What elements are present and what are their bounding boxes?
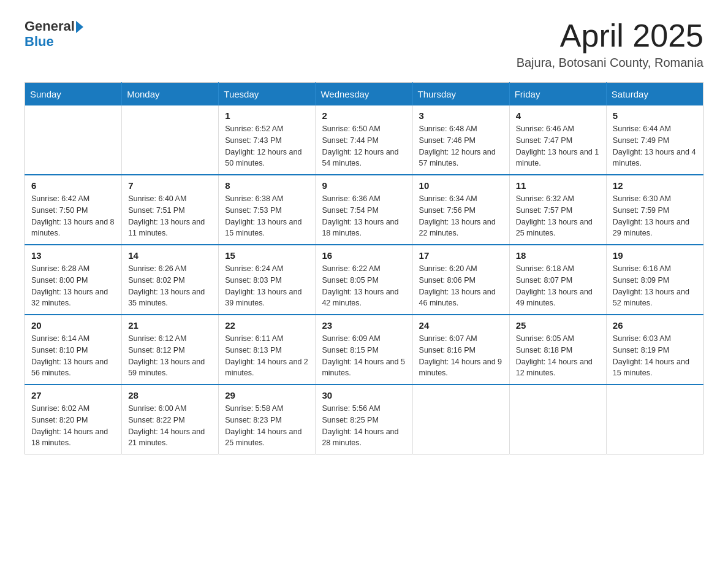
calendar-cell: 20Sunrise: 6:14 AMSunset: 8:10 PMDayligh… — [25, 315, 122, 385]
day-info: Sunrise: 6:05 AMSunset: 8:18 PMDaylight:… — [516, 333, 600, 379]
calendar-cell: 7Sunrise: 6:40 AMSunset: 7:51 PMDaylight… — [122, 175, 219, 245]
calendar-cell: 30Sunrise: 5:56 AMSunset: 8:25 PMDayligh… — [316, 385, 412, 454]
day-number: 2 — [322, 110, 406, 121]
calendar-cell: 10Sunrise: 6:34 AMSunset: 7:56 PMDayligh… — [412, 175, 509, 245]
day-number: 13 — [31, 250, 115, 261]
calendar-cell: 14Sunrise: 6:26 AMSunset: 8:02 PMDayligh… — [122, 245, 219, 315]
day-info: Sunrise: 6:14 AMSunset: 8:10 PMDaylight:… — [31, 333, 115, 379]
day-number: 14 — [128, 250, 212, 261]
calendar-cell: 3Sunrise: 6:48 AMSunset: 7:46 PMDaylight… — [412, 105, 509, 175]
calendar-weekday-monday: Monday — [122, 83, 219, 106]
calendar-week-row: 27Sunrise: 6:02 AMSunset: 8:20 PMDayligh… — [25, 385, 703, 454]
calendar-weekday-sunday: Sunday — [25, 83, 122, 106]
day-number: 17 — [419, 250, 503, 261]
day-number: 10 — [419, 180, 503, 191]
day-info: Sunrise: 6:38 AMSunset: 7:53 PMDaylight:… — [225, 193, 309, 239]
day-info: Sunrise: 6:22 AMSunset: 8:05 PMDaylight:… — [322, 263, 406, 309]
day-number: 29 — [225, 390, 309, 400]
logo-general: General — [25, 18, 75, 34]
day-info: Sunrise: 6:30 AMSunset: 7:59 PMDaylight:… — [613, 193, 697, 239]
logo: General Blue — [25, 18, 83, 50]
calendar-header-row: SundayMondayTuesdayWednesdayThursdayFrid… — [25, 83, 703, 106]
day-info: Sunrise: 6:09 AMSunset: 8:15 PMDaylight:… — [322, 333, 406, 379]
day-info: Sunrise: 6:07 AMSunset: 8:16 PMDaylight:… — [419, 333, 503, 379]
calendar-weekday-wednesday: Wednesday — [316, 83, 412, 106]
day-info: Sunrise: 6:50 AMSunset: 7:44 PMDaylight:… — [322, 123, 406, 169]
day-info: Sunrise: 6:28 AMSunset: 8:00 PMDaylight:… — [31, 263, 115, 309]
day-number: 19 — [613, 250, 697, 261]
day-number: 20 — [31, 320, 115, 331]
calendar-cell: 9Sunrise: 6:36 AMSunset: 7:54 PMDaylight… — [316, 175, 412, 245]
calendar-table: SundayMondayTuesdayWednesdayThursdayFrid… — [25, 82, 703, 454]
calendar-cell: 4Sunrise: 6:46 AMSunset: 7:47 PMDaylight… — [509, 105, 606, 175]
calendar-cell: 26Sunrise: 6:03 AMSunset: 8:19 PMDayligh… — [606, 315, 703, 385]
day-number: 25 — [516, 320, 600, 331]
day-info: Sunrise: 6:03 AMSunset: 8:19 PMDaylight:… — [613, 333, 697, 379]
page-header: General Blue April 2025 Bajura, Botosani… — [25, 18, 703, 70]
calendar-cell: 13Sunrise: 6:28 AMSunset: 8:00 PMDayligh… — [25, 245, 122, 315]
day-info: Sunrise: 5:56 AMSunset: 8:25 PMDaylight:… — [322, 403, 406, 449]
calendar-cell: 24Sunrise: 6:07 AMSunset: 8:16 PMDayligh… — [412, 315, 509, 385]
calendar-week-row: 13Sunrise: 6:28 AMSunset: 8:00 PMDayligh… — [25, 245, 703, 315]
day-number: 21 — [128, 320, 212, 331]
day-info: Sunrise: 6:34 AMSunset: 7:56 PMDaylight:… — [419, 193, 503, 239]
day-number: 11 — [516, 180, 600, 191]
calendar-cell: 12Sunrise: 6:30 AMSunset: 7:59 PMDayligh… — [606, 175, 703, 245]
calendar-weekday-friday: Friday — [509, 83, 606, 106]
calendar-cell — [412, 385, 509, 454]
logo-blue: Blue — [25, 34, 83, 49]
calendar-cell: 1Sunrise: 6:52 AMSunset: 7:43 PMDaylight… — [219, 105, 316, 175]
day-number: 16 — [322, 250, 406, 261]
day-number: 23 — [322, 320, 406, 331]
day-info: Sunrise: 6:36 AMSunset: 7:54 PMDaylight:… — [322, 193, 406, 239]
page-subtitle: Bajura, Botosani County, Romania — [517, 56, 703, 70]
calendar-cell — [122, 105, 219, 175]
day-info: Sunrise: 6:24 AMSunset: 8:03 PMDaylight:… — [225, 263, 309, 309]
calendar-cell: 25Sunrise: 6:05 AMSunset: 8:18 PMDayligh… — [509, 315, 606, 385]
day-info: Sunrise: 6:48 AMSunset: 7:46 PMDaylight:… — [419, 123, 503, 169]
calendar-cell: 18Sunrise: 6:18 AMSunset: 8:07 PMDayligh… — [509, 245, 606, 315]
page-title: April 2025 — [517, 18, 703, 53]
day-number: 28 — [128, 390, 212, 400]
calendar-cell: 28Sunrise: 6:00 AMSunset: 8:22 PMDayligh… — [122, 385, 219, 454]
day-info: Sunrise: 6:11 AMSunset: 8:13 PMDaylight:… — [225, 333, 309, 379]
day-number: 7 — [128, 180, 212, 191]
day-info: Sunrise: 6:52 AMSunset: 7:43 PMDaylight:… — [225, 123, 309, 169]
day-info: Sunrise: 6:40 AMSunset: 7:51 PMDaylight:… — [128, 193, 212, 239]
day-info: Sunrise: 6:16 AMSunset: 8:09 PMDaylight:… — [613, 263, 697, 309]
day-info: Sunrise: 6:20 AMSunset: 8:06 PMDaylight:… — [419, 263, 503, 309]
day-info: Sunrise: 6:02 AMSunset: 8:20 PMDaylight:… — [31, 403, 115, 449]
calendar-cell: 15Sunrise: 6:24 AMSunset: 8:03 PMDayligh… — [219, 245, 316, 315]
day-info: Sunrise: 5:58 AMSunset: 8:23 PMDaylight:… — [225, 403, 309, 449]
day-number: 27 — [31, 390, 115, 400]
day-number: 12 — [613, 180, 697, 191]
day-info: Sunrise: 6:42 AMSunset: 7:50 PMDaylight:… — [31, 193, 115, 239]
calendar-cell — [25, 105, 122, 175]
title-section: April 2025 Bajura, Botosani County, Roma… — [517, 18, 703, 70]
calendar-cell: 27Sunrise: 6:02 AMSunset: 8:20 PMDayligh… — [25, 385, 122, 454]
calendar-cell: 8Sunrise: 6:38 AMSunset: 7:53 PMDaylight… — [219, 175, 316, 245]
day-number: 6 — [31, 180, 115, 191]
day-number: 26 — [613, 320, 697, 331]
calendar-cell: 21Sunrise: 6:12 AMSunset: 8:12 PMDayligh… — [122, 315, 219, 385]
calendar-week-row: 1Sunrise: 6:52 AMSunset: 7:43 PMDaylight… — [25, 105, 703, 175]
day-info: Sunrise: 6:12 AMSunset: 8:12 PMDaylight:… — [128, 333, 212, 379]
calendar-weekday-saturday: Saturday — [606, 83, 703, 106]
calendar-cell: 5Sunrise: 6:44 AMSunset: 7:49 PMDaylight… — [606, 105, 703, 175]
calendar-cell — [606, 385, 703, 454]
calendar-cell: 11Sunrise: 6:32 AMSunset: 7:57 PMDayligh… — [509, 175, 606, 245]
calendar-cell: 17Sunrise: 6:20 AMSunset: 8:06 PMDayligh… — [412, 245, 509, 315]
day-number: 8 — [225, 180, 309, 191]
day-number: 24 — [419, 320, 503, 331]
calendar-cell: 16Sunrise: 6:22 AMSunset: 8:05 PMDayligh… — [316, 245, 412, 315]
day-number: 1 — [225, 110, 309, 121]
day-info: Sunrise: 6:32 AMSunset: 7:57 PMDaylight:… — [516, 193, 600, 239]
day-info: Sunrise: 6:46 AMSunset: 7:47 PMDaylight:… — [516, 123, 600, 169]
calendar-cell: 19Sunrise: 6:16 AMSunset: 8:09 PMDayligh… — [606, 245, 703, 315]
calendar-cell: 23Sunrise: 6:09 AMSunset: 8:15 PMDayligh… — [316, 315, 412, 385]
calendar-cell: 22Sunrise: 6:11 AMSunset: 8:13 PMDayligh… — [219, 315, 316, 385]
calendar-week-row: 20Sunrise: 6:14 AMSunset: 8:10 PMDayligh… — [25, 315, 703, 385]
day-number: 22 — [225, 320, 309, 331]
calendar-cell: 29Sunrise: 5:58 AMSunset: 8:23 PMDayligh… — [219, 385, 316, 454]
logo-arrow-icon — [76, 21, 83, 33]
